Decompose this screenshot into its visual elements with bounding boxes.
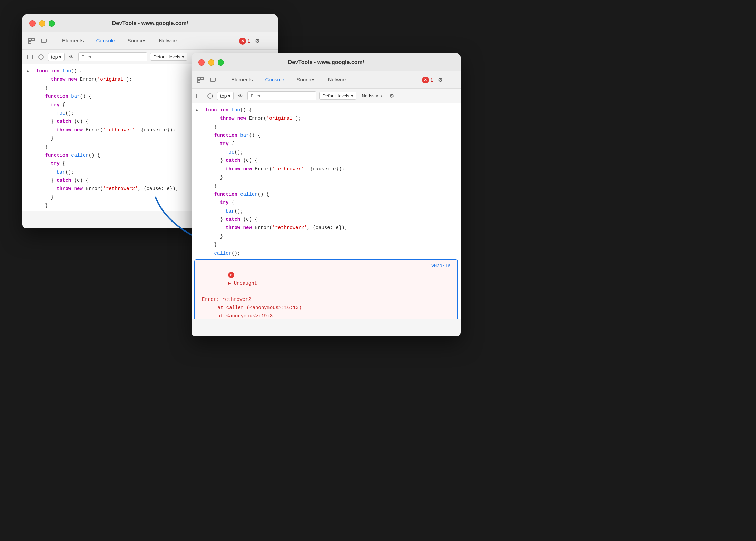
tab-network-2[interactable]: Network	[323, 75, 352, 85]
w2-code-line-6: foo();	[192, 148, 461, 156]
window-title-2: DevTools - www.google.com/	[288, 59, 364, 66]
chevron-down-icon-levels-1: ▾	[182, 54, 184, 59]
filter-input-1[interactable]	[78, 52, 147, 61]
inspect-icon-1[interactable]	[27, 36, 36, 46]
eye-icon-1[interactable]: 👁	[67, 53, 76, 61]
traffic-lights-2	[198, 59, 224, 66]
eye-icon-2[interactable]: 👁	[236, 92, 245, 100]
divider-1	[53, 37, 53, 45]
traffic-lights-1	[29, 20, 55, 27]
more-icon-1[interactable]: ⋮	[265, 37, 274, 46]
sidebar-toggle-1[interactable]	[26, 53, 34, 61]
w2-code-line-4: function bar() {	[192, 131, 461, 139]
error-icon-2: ✕	[228, 272, 234, 278]
default-levels-label-2: Default levels	[322, 93, 349, 98]
tab-console-1[interactable]: Console	[91, 36, 120, 46]
window-title-1: DevTools - www.google.com/	[112, 20, 188, 27]
error-count-label-2: 1	[430, 77, 433, 83]
svg-rect-2	[29, 41, 31, 44]
svg-rect-3	[41, 39, 46, 42]
svg-rect-11	[201, 77, 203, 80]
context-selector-2[interactable]: top ▾	[217, 92, 234, 100]
settings-icon-2[interactable]: ⚙	[436, 76, 445, 85]
error-expanded-3: at <anonymous>:19:3	[199, 312, 453, 319]
error-count-2: ✕	[422, 77, 429, 83]
vm-link-2[interactable]: VM30:16	[431, 263, 450, 270]
svg-rect-0	[29, 38, 31, 41]
error-main-line-2: ✕ ▶ Uncaught	[199, 263, 257, 296]
w2-code-line-12: try {	[192, 198, 461, 207]
sidebar-toggle-2[interactable]	[195, 92, 203, 100]
default-levels-label-1: Default levels	[153, 54, 180, 59]
w2-code-line-15: throw new Error('rethrower2', {cause: e}…	[192, 224, 461, 232]
more-icon-2[interactable]: ⋮	[448, 76, 456, 85]
svg-rect-10	[198, 77, 200, 80]
tabs-toolbar-2: Elements Console Sources Network ⋯ ✕ 1 ⚙…	[192, 71, 461, 89]
top-label-2: top	[220, 93, 227, 99]
w2-code-line-2: throw new Error('original');	[192, 114, 461, 122]
clear-icon-2[interactable]	[206, 92, 214, 100]
tab-more-1[interactable]: ⋯	[186, 37, 196, 45]
w2-code-line-17: }	[192, 240, 461, 249]
svg-rect-13	[210, 78, 215, 81]
w2-code-line-18: caller();	[192, 249, 461, 257]
tab-sources-2[interactable]: Sources	[292, 75, 321, 85]
error-badge-2: ✕ 1	[422, 77, 433, 83]
error-expanded-2: at caller (<anonymous>:16:13)	[199, 304, 453, 312]
divider-2	[222, 76, 222, 84]
error-expanded-1: Error: rethrower2	[199, 296, 453, 304]
w2-code-line-11: function caller() {	[192, 190, 461, 198]
console-toolbar-2: top ▾ 👁 Default levels ▾ No Issues ⚙	[192, 89, 461, 103]
maximize-button-1[interactable]	[49, 20, 55, 27]
tab-console-2[interactable]: Console	[261, 75, 289, 85]
w2-code-line-8: throw new Error('rethrower', {cause: e})…	[192, 165, 461, 173]
error-count-1: ✕	[239, 38, 246, 45]
tab-elements-2[interactable]: Elements	[226, 75, 258, 85]
w2-code-line-1: ▶ function foo() {	[192, 106, 461, 114]
chevron-down-icon-levels-2: ▾	[351, 93, 353, 98]
tab-sources-1[interactable]: Sources	[123, 36, 151, 46]
close-button-2[interactable]	[198, 59, 205, 66]
svg-rect-5	[27, 55, 33, 59]
console-settings-2[interactable]: ⚙	[387, 91, 396, 100]
error-badge-1: ✕ 1	[239, 38, 250, 45]
svg-rect-12	[198, 80, 200, 83]
chevron-down-icon-1: ▾	[59, 54, 61, 60]
maximize-button-2[interactable]	[218, 59, 224, 66]
error-box-2: ✕ ▶ Uncaught VM30:16 Error: rethrower2 a…	[194, 259, 458, 319]
clear-icon-1[interactable]	[37, 53, 45, 61]
titlebar-2: DevTools - www.google.com/	[192, 53, 461, 71]
device-icon-1[interactable]	[39, 36, 49, 46]
w2-code-line-3: }	[192, 123, 461, 131]
svg-rect-15	[196, 94, 202, 98]
device-icon-2[interactable]	[208, 75, 218, 85]
w2-code-line-5: try {	[192, 140, 461, 148]
settings-icon-1[interactable]: ⚙	[253, 37, 262, 46]
inspect-icon-2[interactable]	[196, 75, 205, 85]
error-header-row-2: ✕ ▶ Uncaught VM30:16	[199, 263, 453, 296]
minimize-button-2[interactable]	[208, 59, 214, 66]
tab-more-2[interactable]: ⋯	[355, 76, 365, 84]
error-count-label-1: 1	[247, 38, 250, 44]
titlebar-1: DevTools - www.google.com/	[22, 14, 278, 32]
tab-network-1[interactable]: Network	[154, 36, 183, 46]
w2-code-line-16: }	[192, 232, 461, 240]
minimize-button-1[interactable]	[39, 20, 45, 27]
filter-input-2[interactable]	[247, 91, 316, 100]
w2-code-line-14: } catch (e) {	[192, 215, 461, 224]
close-button-1[interactable]	[29, 20, 36, 27]
chevron-down-icon-2: ▾	[228, 93, 230, 99]
log-level-selector-2[interactable]: Default levels ▾	[319, 92, 356, 100]
svg-rect-1	[32, 38, 34, 41]
w2-code-line-9: }	[192, 173, 461, 181]
log-level-selector-1[interactable]: Default levels ▾	[150, 53, 187, 61]
tabs-toolbar-1: Elements Console Sources Network ⋯ ✕ 1 ⚙…	[22, 32, 278, 50]
no-issues-label-2: No Issues	[359, 92, 385, 99]
w2-code-line-13: bar();	[192, 207, 461, 215]
context-selector-1[interactable]: top ▾	[48, 53, 65, 61]
w2-code-line-10: }	[192, 182, 461, 190]
console-content-2: ▶ function foo() { throw new Error('orig…	[192, 103, 461, 319]
w2-code-line-7: } catch (e) {	[192, 156, 461, 165]
tab-elements-1[interactable]: Elements	[57, 36, 89, 46]
devtools-window-2: DevTools - www.google.com/ Elements Cons…	[192, 53, 461, 336]
